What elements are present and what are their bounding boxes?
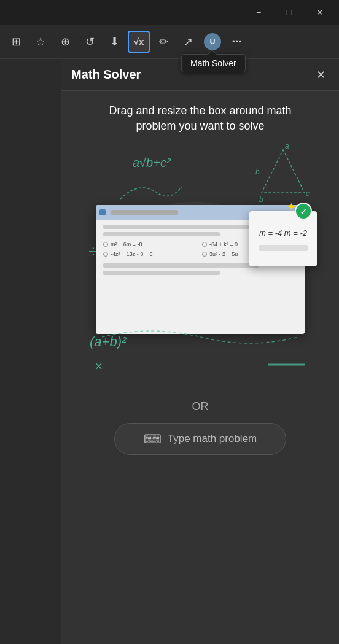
solution-bottom-bar [259, 245, 308, 251]
math-solver-icon: √x [134, 36, 144, 47]
instruction-text: Drag and resize the box around math prob… [90, 103, 311, 134]
math-solver-button[interactable]: √x [128, 31, 150, 53]
mockup-problem: -4z² + 13z - 3 = 0 [103, 251, 198, 257]
minimize-button[interactable]: − [244, 2, 273, 22]
bottom-curve-deco [102, 322, 298, 352]
panel-title: Math Solver [71, 68, 141, 82]
problem-text: m² + 6m = -8 [111, 241, 142, 247]
maximize-button[interactable]: □ [275, 2, 303, 22]
browser-toolbar: ⊞ ☆ ⊕ ↺ ⬇ √x ✏ ↗ U ••• [0, 25, 339, 59]
mockup-line [103, 225, 259, 229]
mockup-radio [103, 252, 108, 257]
svg-marker-0 [262, 150, 305, 193]
extensions-button[interactable]: ⊞ [5, 31, 27, 53]
favorites-button[interactable]: ☆ [29, 31, 52, 53]
type-math-button[interactable]: ⌨ Type math problem [114, 423, 286, 455]
mockup-problem: m² + 6m = -8 [103, 241, 198, 247]
avatar: U [204, 33, 221, 50]
formula-deco: a√b+c² [133, 156, 171, 170]
panel-body: Drag and resize the box around math prob… [61, 91, 339, 644]
close-panel-button[interactable]: ✕ [312, 66, 329, 83]
collections-icon: ⊕ [61, 35, 70, 48]
title-bar: − □ ✕ [0, 0, 339, 25]
inking-icon: ✏ [159, 35, 168, 48]
tooltip: Math Solver [181, 54, 246, 72]
mockup-line [103, 232, 220, 236]
mockup-line [103, 263, 259, 268]
more-icon: ••• [232, 37, 242, 46]
download-button[interactable]: ⬇ [103, 31, 125, 53]
inking-button[interactable]: ✏ [152, 31, 174, 53]
mockup-radio [103, 242, 108, 247]
collections-button[interactable]: ⊕ [54, 31, 76, 53]
history-button[interactable]: ↺ [79, 31, 101, 53]
line-deco [268, 359, 305, 371]
share-icon: ↗ [184, 35, 193, 48]
tooltip-text: Math Solver [190, 58, 236, 68]
keyboard-icon: ⌨ [144, 432, 162, 446]
extensions-icon: ⊞ [12, 35, 21, 48]
favorites-icon: ☆ [36, 35, 45, 48]
problem-text: -64 + k² = 0 [209, 241, 238, 247]
mockup-bar [111, 210, 178, 215]
avatar-button[interactable]: U [201, 31, 224, 53]
svg-text:b: b [255, 168, 260, 176]
close-button[interactable]: ✕ [306, 2, 334, 22]
svg-text:a: a [285, 144, 289, 150]
illustration: ÷ —— a c b b a√b+c² [84, 144, 317, 389]
check-icon: ✓ [295, 203, 312, 220]
share-button[interactable]: ↗ [177, 31, 199, 53]
mockup-dot [99, 209, 106, 215]
triangle-deco: a c b b [255, 144, 311, 205]
problem-text: 3u² - 2 = 5u [209, 251, 238, 257]
or-divider: OR [192, 400, 209, 413]
sidebar [0, 59, 61, 644]
mockup-radio [202, 242, 207, 247]
history-icon: ↺ [85, 35, 95, 48]
type-math-label: Type math problem [168, 433, 257, 445]
mockup-radio [202, 252, 207, 257]
download-icon: ⬇ [110, 35, 119, 48]
problem-text: -4z² + 13z - 3 = 0 [111, 251, 153, 257]
solution-text: m = -4 m = -2 [259, 227, 307, 240]
svg-text:c: c [306, 189, 310, 198]
multiply-deco: × [95, 359, 103, 374]
more-button[interactable]: ••• [226, 31, 248, 53]
solution-box: ✦ ✓ m = -4 m = -2 [249, 211, 317, 266]
mockup-line [103, 271, 220, 275]
main-panel: Math Solver ✕ Drag and resize the box ar… [61, 59, 339, 644]
